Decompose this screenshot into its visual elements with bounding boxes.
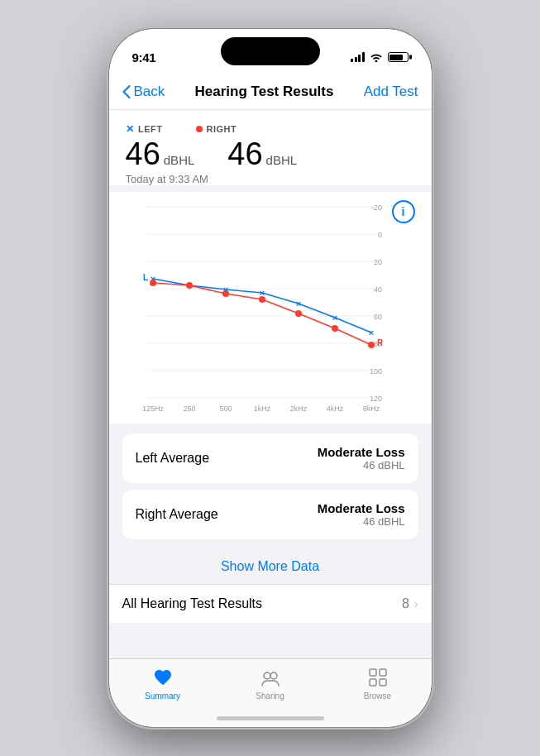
svg-text:60: 60 — [373, 313, 381, 321]
svg-point-33 — [222, 290, 229, 297]
chevron-right-icon: › — [414, 597, 418, 610]
left-ear-value: 46 dBHL — [126, 138, 195, 170]
svg-text:×: × — [295, 299, 300, 309]
back-label: Back — [134, 84, 165, 100]
nav-title: Hearing Test Results — [195, 84, 334, 100]
left-loss-type: Moderate Loss — [318, 445, 405, 459]
tab-browse[interactable]: Browse — [324, 666, 432, 701]
svg-text:-20: -20 — [370, 203, 381, 212]
svg-text:R: R — [377, 338, 384, 347]
right-label-text: RIGHT — [207, 124, 237, 134]
svg-rect-43 — [370, 679, 376, 686]
svg-point-32 — [186, 282, 193, 289]
all-results-count: 8 › — [402, 596, 418, 611]
stats-section: Left Average Moderate Loss 46 dBHL Right… — [109, 423, 432, 549]
svg-point-39 — [264, 672, 270, 679]
ear-values: 46 dBHL 46 dBHL — [126, 138, 415, 170]
summary-tab-label: Summary — [145, 691, 180, 701]
ear-labels: ✕ LEFT RIGHT — [126, 123, 415, 135]
nav-bar: Back Hearing Test Results Add Test — [109, 74, 432, 110]
right-unit: dBHL — [266, 153, 298, 167]
svg-text:500: 500 — [219, 404, 232, 413]
left-ear-label: ✕ LEFT — [126, 123, 163, 135]
all-results-label: All Hearing Test Results — [122, 596, 263, 611]
left-unit: dBHL — [164, 153, 195, 167]
svg-text:250: 250 — [183, 404, 195, 413]
status-time: 9:41 — [132, 50, 156, 65]
battery-icon — [388, 52, 409, 62]
right-loss-value: 46 dBHL — [318, 515, 405, 528]
right-average-card: Right Average Moderate Loss 46 dBHL — [122, 490, 418, 539]
left-average-value: Moderate Loss 46 dBHL — [318, 445, 405, 471]
svg-point-36 — [332, 325, 338, 332]
audiogram-svg: -20 0 20 40 60 80 100 120 — [126, 200, 415, 415]
svg-text:40: 40 — [373, 285, 381, 294]
home-indicator — [217, 716, 324, 720]
sharing-tab-label: Sharing — [256, 691, 284, 701]
right-loss-type: Moderate Loss — [318, 501, 405, 515]
all-results-number: 8 — [402, 596, 409, 611]
browse-icon — [366, 666, 389, 689]
svg-point-40 — [270, 672, 277, 679]
show-more-label: Show More Data — [221, 559, 319, 574]
right-average-value: Moderate Loss 46 dBHL — [318, 501, 405, 528]
left-label-text: LEFT — [138, 124, 163, 134]
svg-text:120: 120 — [369, 395, 381, 403]
right-value-number: 46 — [227, 138, 262, 170]
back-chevron-icon — [122, 85, 131, 98]
phone-frame: 9:41 Back Hearing — [109, 29, 432, 727]
audiogram-chart: -20 0 20 40 60 80 100 120 — [126, 200, 415, 415]
svg-text:×: × — [332, 313, 337, 323]
svg-point-35 — [295, 310, 302, 317]
svg-text:125Hz: 125Hz — [141, 404, 164, 413]
timestamp: Today at 9:33 AM — [126, 173, 415, 185]
dynamic-island — [221, 37, 320, 65]
svg-text:100: 100 — [369, 367, 381, 376]
sharing-icon — [259, 666, 282, 689]
svg-rect-42 — [380, 669, 386, 676]
wifi-icon — [370, 52, 383, 62]
right-ear-label: RIGHT — [196, 123, 237, 135]
svg-point-31 — [150, 280, 156, 286]
status-icons — [351, 52, 409, 62]
signal-icon — [351, 52, 365, 62]
browse-tab-label: Browse — [364, 691, 391, 701]
tab-sharing[interactable]: Sharing — [217, 666, 324, 701]
left-value-number: 46 — [126, 138, 160, 170]
svg-text:0: 0 — [377, 231, 381, 239]
tab-summary[interactable]: Summary — [109, 666, 217, 701]
chart-container: i -20 0 20 40 60 80 100 120 — [109, 192, 432, 423]
svg-text:20: 20 — [373, 258, 381, 266]
content-area: ✕ LEFT RIGHT 46 dBHL 46 dBHL — [109, 110, 432, 658]
left-marker-icon: ✕ — [126, 123, 135, 135]
right-average-label: Right Average — [136, 507, 218, 522]
svg-point-34 — [259, 296, 265, 303]
left-loss-value: 46 dBHL — [318, 459, 405, 471]
svg-text:L: L — [143, 273, 148, 282]
svg-text:×: × — [368, 328, 373, 337]
svg-point-37 — [368, 342, 375, 348]
svg-text:4kHz: 4kHz — [326, 404, 343, 413]
back-button[interactable]: Back — [122, 84, 165, 100]
add-test-button[interactable]: Add Test — [364, 84, 418, 100]
phone-screen: 9:41 Back Hearing — [109, 29, 432, 727]
svg-rect-41 — [370, 669, 376, 676]
svg-text:8kHz: 8kHz — [362, 404, 380, 413]
svg-text:1kHz: 1kHz — [253, 404, 270, 413]
all-results-row[interactable]: All Hearing Test Results 8 › — [109, 584, 432, 623]
left-average-label: Left Average — [136, 451, 210, 466]
header-card: ✕ LEFT RIGHT 46 dBHL 46 dBHL — [109, 110, 432, 185]
svg-text:2kHz: 2kHz — [289, 404, 307, 413]
info-button[interactable]: i — [392, 200, 415, 223]
right-marker-icon — [196, 126, 203, 132]
svg-rect-44 — [380, 679, 386, 686]
left-average-card: Left Average Moderate Loss 46 dBHL — [122, 433, 418, 483]
summary-icon — [151, 666, 174, 689]
show-more-button[interactable]: Show More Data — [109, 549, 432, 584]
right-ear-value: 46 dBHL — [227, 138, 297, 170]
